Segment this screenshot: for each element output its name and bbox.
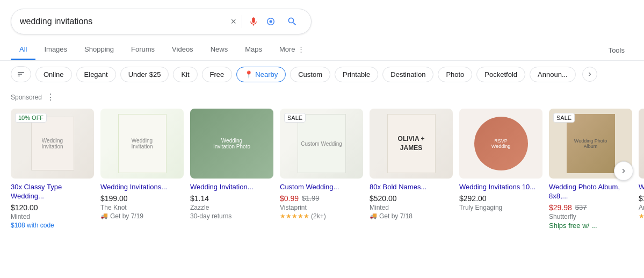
search-icon [286, 16, 298, 27]
location-pin-icon: 📍 [244, 70, 253, 79]
seller-name: The Knot [100, 204, 184, 211]
promo-text: $108 with code [11, 222, 94, 229]
product-card[interactable]: OLIVIA +JAMES 80x Bold Names... $520.00 … [370, 109, 453, 220]
product-title: Wedding Invitation... [190, 183, 273, 192]
seller-name: Minted [11, 213, 94, 220]
product-title: Wedding Invitations 10... [459, 183, 542, 192]
svg-point-0 [270, 20, 272, 23]
filter-under25[interactable]: Under $25 [120, 67, 169, 82]
price-row: $292.00 [459, 194, 542, 203]
search-bar: × [11, 9, 312, 34]
product-card[interactable]: WeddingInvitation Wedding Invitations...… [100, 109, 184, 220]
filter-icon [17, 70, 25, 79]
product-badge: SALE [553, 113, 575, 123]
truck-icon: 🚚 [370, 212, 377, 219]
product-title: 80x Bold Names... [370, 183, 453, 192]
more-chevron-icon: ⋮ [298, 45, 305, 53]
star-rating: ★★★★★ [639, 212, 644, 220]
filter-photo[interactable]: Photo [438, 67, 472, 82]
price-current: $292.00 [459, 194, 487, 203]
review-count: (2k+) [311, 212, 326, 220]
nav-tabs: All Images Shopping Forums Videos News M… [0, 40, 644, 61]
tools-button[interactable]: Tools [600, 41, 633, 60]
tab-images[interactable]: Images [35, 40, 76, 60]
price-original: $37 [575, 203, 587, 211]
product-title: Wedding Invitations... [100, 183, 184, 192]
filter-nearby[interactable]: 📍 Nearby [236, 67, 286, 82]
product-badge: 10% OFF [15, 113, 47, 123]
search-icons: × [230, 13, 302, 30]
seller-name: Truly Engaging [459, 204, 542, 211]
clear-icon[interactable]: × [230, 16, 236, 27]
google-lens-icon[interactable] [265, 16, 277, 27]
tab-maps[interactable]: Maps [236, 40, 271, 60]
seller-name: Shutterfly [549, 213, 632, 220]
filter-destination[interactable]: Destination [382, 67, 433, 82]
product-image: SALE Custom Wedding [280, 109, 363, 179]
product-image: Wedding Album Layflat [639, 109, 644, 179]
product-image: RSVPWedding [459, 109, 542, 179]
filter-kit[interactable]: Kit [173, 67, 197, 82]
filter-announ[interactable]: Announ... [530, 67, 576, 82]
price-current: $165.00 [639, 194, 644, 203]
filter-chips: Online Elegant Under $25 Kit Free 📍 Near… [0, 61, 644, 88]
product-card[interactable]: 10% OFF WeddingInvitation 30x Classy Typ… [11, 109, 94, 229]
filters-next-button[interactable] [582, 67, 597, 82]
product-image: OLIVIA +JAMES [370, 109, 453, 179]
product-badge: SALE [284, 113, 306, 123]
product-title: 30x Classy Type Wedding... [11, 183, 94, 201]
tab-forums[interactable]: Forums [122, 40, 163, 60]
price-row: $165.00 [639, 194, 644, 203]
star-rating: ★★★★★ [280, 212, 309, 220]
filter-custom[interactable]: Custom [290, 67, 330, 82]
sponsored-more-button[interactable]: ⋮ [46, 92, 55, 102]
seller-name: Vistaprint [280, 204, 363, 211]
product-image: 10% OFF WeddingInvitation [11, 109, 94, 179]
tab-more[interactable]: More ⋮ [271, 40, 313, 60]
price-row: $120.00 [11, 203, 94, 212]
search-input[interactable] [20, 17, 226, 26]
product-card[interactable]: Wedding Album Layflat Wedding Album Layf… [639, 109, 644, 220]
ships-free-text: Ships free w/ ... [549, 222, 632, 230]
products-container: 10% OFF WeddingInvitation 30x Classy Typ… [0, 104, 644, 238]
seller-name: Artifact Uprisi... [639, 204, 644, 211]
product-card[interactable]: SALE Custom Wedding Custom Wedding... $0… [280, 109, 363, 220]
filter-free[interactable]: Free [202, 67, 233, 82]
filter-settings-button[interactable] [11, 66, 31, 82]
products-next-button[interactable] [614, 161, 633, 181]
delivery-info: 30-day returns [190, 212, 273, 220]
price-row: $199.00 [100, 194, 184, 203]
search-divider [242, 15, 242, 28]
price-sale: $0.99 [280, 194, 299, 203]
microphone-icon[interactable] [248, 16, 259, 27]
tab-shopping[interactable]: Shopping [76, 40, 122, 60]
price-current: $199.00 [100, 194, 128, 203]
product-title: Wedding Photo Album, 8x8,... [549, 183, 632, 201]
filter-pocketfold[interactable]: Pocketfold [476, 67, 525, 82]
price-sale: $29.98 [549, 203, 572, 212]
price-row: $1.14 [190, 194, 273, 203]
price-row: $0.99 $1.99 [280, 194, 363, 203]
sponsored-row: Sponsored ⋮ [0, 88, 644, 104]
product-title: Wedding Album Layflat... [639, 183, 644, 192]
price-current: $520.00 [370, 194, 397, 203]
product-card[interactable]: RSVPWedding Wedding Invitations 10... $2… [459, 109, 542, 212]
tab-videos[interactable]: Videos [163, 40, 202, 60]
filter-online[interactable]: Online [35, 67, 72, 82]
price-row: $29.98 $37 [549, 203, 632, 212]
search-bar-container: × [0, 0, 644, 40]
product-image: WeddingInvitation [100, 109, 184, 179]
tab-all[interactable]: All [11, 40, 35, 60]
tab-news[interactable]: News [202, 40, 237, 60]
price-original: $1.99 [302, 194, 320, 202]
filter-elegant[interactable]: Elegant [76, 67, 116, 82]
price-row: $520.00 [370, 194, 453, 203]
filter-printable[interactable]: Printable [335, 67, 378, 82]
delivery-info: 🚚 Get by 7/18 [370, 212, 453, 220]
product-title: Custom Wedding... [280, 183, 363, 192]
product-card[interactable]: Wedding Invitation Photo Wedding Invitat… [190, 109, 273, 220]
search-button[interactable] [282, 13, 302, 30]
truck-icon: 🚚 [100, 212, 108, 219]
seller-name: Minted [370, 204, 453, 211]
price-current: $1.14 [190, 194, 209, 203]
